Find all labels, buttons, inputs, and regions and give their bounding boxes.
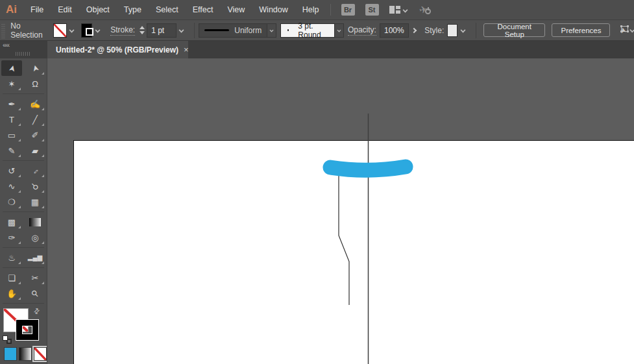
stroke-dropdown-button[interactable] [93,23,101,38]
swap-fill-stroke-icon[interactable]: ⇄ [32,306,42,317]
style-label: Style: [424,26,444,35]
opacity-panel-link[interactable]: Opacity: [348,25,376,36]
tool-mesh[interactable]: ▩ [1,214,22,230]
tab-bar: «« Untitled-2* @ 50% (RGB/Preview) × [0,41,634,58]
tool-direct-selection[interactable]: ➤ [25,60,45,76]
graphic-styles-button[interactable]: St [365,4,379,16]
app-logo: Ai [0,3,23,16]
selection-status: No Selection [8,21,53,40]
style-swatch[interactable] [447,24,457,37]
tool-rotate[interactable]: ↺ [1,163,22,178]
tool-blend[interactable]: ◎ [25,230,45,245]
canvas-area[interactable] [47,58,634,364]
power-icon [425,8,431,14]
touch-workspace-chevron[interactable] [629,28,634,32]
tool-column-graph[interactable]: ▂▄▆ [25,250,45,265]
tool-slice[interactable]: ✂ [25,270,45,285]
tool-scale[interactable]: ⇔ [25,163,45,178]
drawing-modes: ◔ ◔ ◕ [0,361,47,364]
tool-selection[interactable]: ➤ [1,60,22,76]
tool-line-segment[interactable]: ╱ [25,112,45,127]
gpu-performance-icon[interactable]: ✈ [419,4,432,16]
step-up-icon [140,26,145,29]
bridge-button[interactable]: Br [341,4,355,16]
tool-type[interactable]: T [1,112,22,127]
tools-panel: ➤ ➤ ✶ Ω ✒ ✍ T ╱ ▭ ✐ ✎ ▰ ↺ ⇔ ∿ ⚲ ❍ ▦ ▩ ▒ … [0,58,47,364]
chevron-down-icon [337,29,341,32]
tool-pencil[interactable]: ✎ [1,143,22,158]
menu-select[interactable]: Select [149,0,186,19]
tool-artboard[interactable]: ❏ [1,270,22,285]
opacity-field[interactable]: 100% [380,23,409,38]
tools-divider [3,93,44,94]
width-profile-value: Uniform [234,26,262,35]
close-tab-icon[interactable]: × [184,45,189,55]
menu-type[interactable]: Type [117,0,149,19]
tool-pen[interactable]: ✒ [1,96,22,112]
tool-lasso[interactable]: Ω [25,76,45,91]
none-swatch-button[interactable] [34,347,47,361]
gradient-swatch-button[interactable] [19,347,32,361]
default-fill-stroke-icon[interactable] [3,335,12,344]
stroke-panel-link[interactable]: Stroke: [110,25,135,36]
tools-divider [3,247,44,248]
menu-window[interactable]: Window [252,0,295,19]
tool-curvature[interactable]: ✍ [25,96,45,112]
stroke-weight-stepper[interactable] [140,26,145,34]
step-down-icon [140,31,145,34]
tool-symbol-sprayer[interactable]: ♨ [1,250,22,265]
style-dropdown-button[interactable] [459,23,467,38]
stroke-weight-field[interactable]: 1 pt [147,23,176,38]
tool-hand[interactable]: ✋ [1,285,22,301]
tool-perspective-grid[interactable]: ▦ [25,194,45,210]
menu-object[interactable]: Object [79,0,117,19]
chevron-down-icon [270,29,274,32]
tool-paintbrush[interactable]: ✐ [25,127,45,143]
workspace-layout-icon[interactable] [389,6,400,14]
brush-dropdown[interactable]: 3 pt. Round [280,23,335,38]
menu-help[interactable]: Help [295,0,326,19]
touch-workspace-icon[interactable]: ➤ [620,26,628,34]
workspace-chevron-down-icon[interactable] [402,7,408,12]
tool-eraser[interactable]: ▰ [25,143,45,158]
collapse-tools-icon[interactable]: «« [3,41,9,49]
width-profile-dropdown[interactable]: Uniform [199,23,267,38]
tool-zoom[interactable]: ⚲ [25,285,45,301]
width-profile-chevron[interactable] [267,23,276,38]
menu-effect[interactable]: Effect [186,0,221,19]
menu-edit[interactable]: Edit [51,0,79,19]
controlbar-divider [194,23,195,38]
width-profile-icon [204,29,229,31]
quick-swatches [0,345,47,361]
fill-stroke-indicator: ⇄ [0,307,47,345]
chevron-down-icon [179,28,184,33]
stroke-color-swatch[interactable] [81,23,93,38]
tool-puppet-warp[interactable]: ⚲ [25,178,45,194]
tool-gradient[interactable]: ▒ [25,214,45,230]
stroke-weight-dropdown[interactable] [178,23,186,38]
document-setup-button[interactable]: Document Setup [483,23,545,37]
menu-file[interactable]: File [23,0,51,19]
tools-divider [3,267,44,268]
color-swatch-button[interactable] [4,347,17,361]
tool-shape-builder[interactable]: ❍ [1,194,22,210]
controlbar-divider [476,23,476,38]
preferences-button[interactable]: Preferences [552,23,610,37]
fill-none-swatch[interactable] [53,23,67,38]
tool-rectangle[interactable]: ▭ [1,127,22,143]
brush-chevron[interactable] [335,23,344,38]
stroke-proxy[interactable] [16,320,38,340]
control-bar: No Selection Stroke: 1 pt Uniform 3 pt. … [0,19,634,41]
menu-view[interactable]: View [220,0,252,19]
opacity-expand-button[interactable] [410,23,419,38]
tools-grip[interactable] [16,52,30,56]
blue-brush-stroke [330,167,406,170]
tool-width[interactable]: ∿ [1,178,22,194]
tool-magic-wand[interactable]: ✶ [1,76,22,91]
document-tab[interactable]: Untitled-2* @ 50% (RGB/Preview) × [47,41,188,58]
tool-eyedropper[interactable]: ✑ [1,230,22,245]
main-area: ➤ ➤ ✶ Ω ✒ ✍ T ╱ ▭ ✐ ✎ ▰ ↺ ⇔ ∿ ⚲ ❍ ▦ ▩ ▒ … [0,58,634,364]
fill-dropdown-button[interactable] [68,23,76,38]
panel-grip[interactable] [1,23,5,38]
cursor-icon: ➤ [618,27,628,35]
